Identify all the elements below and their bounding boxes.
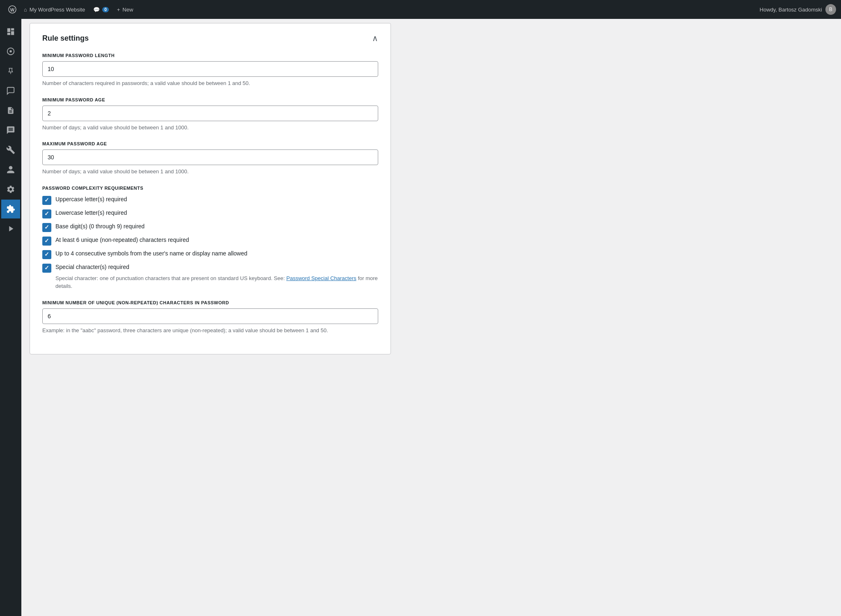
site-name: My WordPress Website bbox=[30, 7, 85, 13]
checkbox-uppercase-box[interactable] bbox=[42, 196, 51, 205]
adminbar-right: Howdy, Bartosz Gadomski B bbox=[760, 4, 836, 15]
special-char-hint: Special character: one of punctuation ch… bbox=[55, 274, 378, 290]
plus-icon: + bbox=[117, 7, 120, 13]
admin-bar: W ⌂ My WordPress Website 💬 0 + New Howdy… bbox=[0, 0, 841, 19]
svg-text:W: W bbox=[10, 7, 15, 12]
wp-logo[interactable]: W bbox=[5, 0, 20, 19]
min-password-length-label: MINIMUM PASSWORD LENGTH bbox=[42, 53, 378, 58]
max-password-age-label: MAXIMUM PASSWORD AGE bbox=[42, 141, 378, 146]
adminbar-comments[interactable]: 💬 0 bbox=[89, 0, 113, 19]
card-title: Rule settings bbox=[42, 34, 89, 43]
max-password-age-input[interactable] bbox=[42, 149, 378, 165]
adminbar-site[interactable]: ⌂ My WordPress Website bbox=[20, 0, 89, 19]
sidebar-item-dashboard[interactable] bbox=[1, 22, 20, 41]
content-area: Rule settings ∧ MINIMUM PASSWORD LENGTH … bbox=[21, 19, 399, 616]
checkbox-unique-label: At least 6 unique (non-repeated) charact… bbox=[55, 236, 189, 244]
min-unique-chars-group: MINIMUM NUMBER OF UNIQUE (NON-REPEATED) … bbox=[42, 300, 378, 335]
wp-layout: Rule settings ∧ MINIMUM PASSWORD LENGTH … bbox=[0, 19, 841, 616]
min-password-length-group: MINIMUM PASSWORD LENGTH Number of charac… bbox=[42, 53, 378, 87]
checkbox-unique-box[interactable] bbox=[42, 237, 51, 246]
sidebar-item-plugin[interactable] bbox=[1, 200, 20, 218]
new-label: New bbox=[122, 7, 133, 13]
rule-settings-card: Rule settings ∧ MINIMUM PASSWORD LENGTH … bbox=[30, 23, 391, 354]
min-password-age-label: MINIMUM PASSWORD AGE bbox=[42, 97, 378, 102]
checkbox-special: Special character(s) required bbox=[42, 263, 378, 273]
sidebar-item-settings[interactable] bbox=[1, 180, 20, 199]
home-icon: ⌂ bbox=[24, 7, 27, 13]
sidebar-item-pin[interactable] bbox=[1, 62, 20, 80]
min-password-length-hint: Number of characters required in passwor… bbox=[42, 79, 378, 87]
sidebar-item-comments[interactable] bbox=[1, 121, 20, 140]
max-password-age-hint: Number of days; a valid value should be … bbox=[42, 168, 378, 176]
checkbox-uppercase-label: Uppercase letter(s) required bbox=[55, 195, 127, 204]
checkbox-digits-box[interactable] bbox=[42, 223, 51, 232]
avatar[interactable]: B bbox=[825, 4, 836, 15]
sidebar-item-media[interactable] bbox=[1, 219, 20, 238]
min-password-age-group: MINIMUM PASSWORD AGE Number of days; a v… bbox=[42, 97, 378, 132]
checkbox-digits-label: Base digit(s) (0 through 9) required bbox=[55, 223, 145, 231]
min-unique-chars-input[interactable] bbox=[42, 308, 378, 324]
min-password-age-input[interactable] bbox=[42, 106, 378, 121]
sidebar-item-users[interactable] bbox=[1, 160, 20, 179]
min-password-age-hint: Number of days; a valid value should be … bbox=[42, 124, 378, 132]
main-content: Rule settings ∧ MINIMUM PASSWORD LENGTH … bbox=[21, 19, 841, 616]
svg-point-3 bbox=[9, 50, 12, 53]
card-header: Rule settings ∧ bbox=[42, 33, 378, 43]
admin-sidebar bbox=[0, 19, 21, 616]
min-password-length-input[interactable] bbox=[42, 61, 378, 77]
checkbox-uppercase: Uppercase letter(s) required bbox=[42, 195, 378, 205]
min-unique-chars-label: MINIMUM NUMBER OF UNIQUE (NON-REPEATED) … bbox=[42, 300, 378, 305]
sidebar-item-paint[interactable] bbox=[1, 42, 20, 61]
checkbox-special-wrapper: Special character(s) required Special ch… bbox=[42, 263, 378, 290]
checkbox-special-label: Special character(s) required bbox=[55, 263, 129, 271]
complexity-label: PASSWORD COMPLEXITY REQUIREMENTS bbox=[42, 186, 378, 191]
checkbox-lowercase-label: Lowercase letter(s) required bbox=[55, 209, 127, 217]
sidebar-item-tools[interactable] bbox=[1, 140, 20, 159]
checkbox-lowercase: Lowercase letter(s) required bbox=[42, 209, 378, 218]
checkbox-consecutive-label: Up to 4 consecutive symbols from the use… bbox=[55, 250, 247, 258]
checkbox-lowercase-box[interactable] bbox=[42, 209, 51, 218]
adminbar-new[interactable]: + New bbox=[113, 0, 138, 19]
sidebar-item-pages[interactable] bbox=[1, 101, 20, 120]
comments-badge: 0 bbox=[102, 7, 109, 12]
sidebar-item-feedback[interactable] bbox=[1, 81, 20, 100]
max-password-age-group: MAXIMUM PASSWORD AGE Number of days; a v… bbox=[42, 141, 378, 176]
checkbox-special-box[interactable] bbox=[42, 264, 51, 273]
special-hint-prefix: Special character: one of punctuation ch… bbox=[55, 275, 286, 281]
checkbox-consecutive: Up to 4 consecutive symbols from the use… bbox=[42, 250, 378, 259]
checkbox-unique: At least 6 unique (non-repeated) charact… bbox=[42, 236, 378, 246]
special-chars-link[interactable]: Password Special Characters bbox=[286, 275, 356, 281]
checkbox-consecutive-box[interactable] bbox=[42, 250, 51, 259]
comments-icon: 💬 bbox=[93, 7, 100, 13]
complexity-section: PASSWORD COMPLEXITY REQUIREMENTS Upperca… bbox=[42, 186, 378, 290]
min-unique-chars-hint: Example: in the "aabc" password, three c… bbox=[42, 326, 378, 335]
checkbox-list: Uppercase letter(s) required Lowercase l… bbox=[42, 195, 378, 290]
collapse-button[interactable]: ∧ bbox=[372, 33, 378, 43]
right-sidebar bbox=[399, 19, 531, 616]
howdy-text: Howdy, Bartosz Gadomski bbox=[760, 7, 822, 13]
checkbox-digits: Base digit(s) (0 through 9) required bbox=[42, 223, 378, 232]
